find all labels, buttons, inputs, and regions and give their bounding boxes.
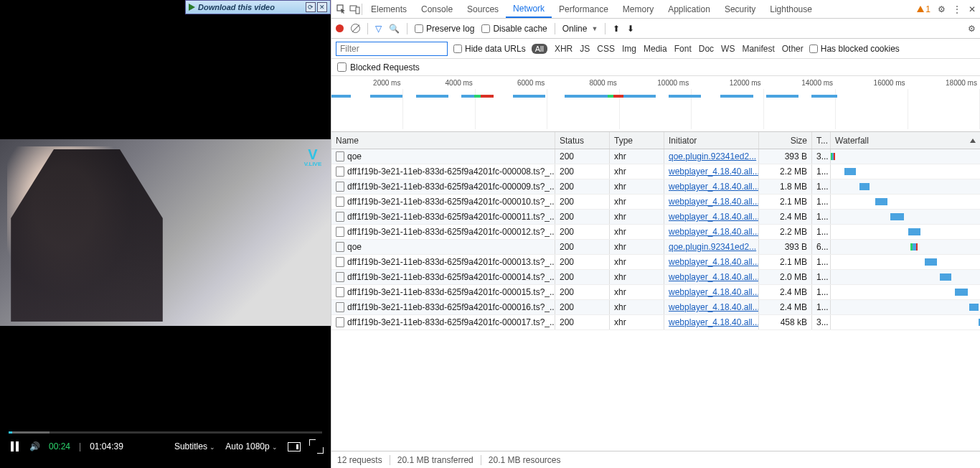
- filter-toggle-icon[interactable]: ▽: [375, 24, 382, 34]
- request-time: 1...: [812, 225, 831, 239]
- request-status: 200: [555, 149, 610, 164]
- video-placeholder: [4, 149, 169, 322]
- search-icon[interactable]: 🔍: [389, 24, 400, 34]
- col-waterfall[interactable]: Waterfall: [831, 132, 980, 149]
- request-initiator[interactable]: qoe.plugin.92341ed2...: [669, 242, 756, 252]
- filter-type-manifest[interactable]: Manifest: [742, 44, 774, 54]
- filter-type-js[interactable]: JS: [580, 44, 590, 54]
- col-name[interactable]: Name: [331, 132, 555, 149]
- filter-input[interactable]: [336, 42, 448, 56]
- throttling-select[interactable]: Online▼: [562, 24, 598, 34]
- table-row[interactable]: dff1f19b-3e21-11eb-833d-625f9a4201fc-000…: [331, 195, 980, 210]
- table-row[interactable]: dff1f19b-3e21-11eb-833d-625f9a4201fc-000…: [331, 285, 980, 300]
- table-row[interactable]: dff1f19b-3e21-11eb-833d-625f9a4201fc-000…: [331, 225, 980, 240]
- table-header[interactable]: Name Status Type Initiator Size T... Wat…: [331, 132, 980, 149]
- has-blocked-cookies-checkbox[interactable]: Has blocked cookies: [809, 44, 900, 54]
- video-frame[interactable]: V V.LIVE: [0, 139, 331, 326]
- tab-lighthouse[interactable]: Lighthouse: [763, 0, 819, 18]
- disable-cache-checkbox[interactable]: Disable cache: [481, 24, 547, 34]
- tab-application[interactable]: Application: [661, 0, 717, 18]
- request-initiator[interactable]: webplayer_4.18.40.all...: [669, 257, 759, 267]
- quality-button[interactable]: Auto 1080p ⌄: [225, 441, 278, 451]
- request-status: 200: [555, 179, 610, 194]
- table-row[interactable]: dff1f19b-3e21-11eb-833d-625f9a4201fc-000…: [331, 210, 980, 225]
- filter-type-img[interactable]: Img: [622, 44, 636, 54]
- theater-icon[interactable]: [288, 442, 301, 451]
- network-settings-icon[interactable]: ⚙: [968, 24, 976, 34]
- request-size: 2.4 MB: [759, 210, 812, 224]
- request-initiator[interactable]: webplayer_4.18.40.all...: [669, 182, 759, 192]
- subtitles-button[interactable]: Subtitles ⌄: [174, 441, 215, 451]
- hide-data-urls-checkbox[interactable]: Hide data URLs: [453, 44, 526, 54]
- status-resources: 20.1 MB resources: [489, 455, 561, 465]
- filter-type-xhr[interactable]: XHR: [555, 44, 573, 54]
- request-type: xhr: [610, 270, 664, 284]
- volume-button[interactable]: 🔊: [29, 441, 40, 452]
- settings-icon[interactable]: ⚙: [938, 4, 946, 14]
- request-type: xhr: [610, 315, 664, 329]
- tab-network[interactable]: Network: [506, 0, 552, 18]
- download-option-icon[interactable]: ⟳: [306, 2, 316, 12]
- tab-performance[interactable]: Performance: [552, 0, 616, 18]
- filter-type-media[interactable]: Media: [644, 44, 667, 54]
- filter-type-ws[interactable]: WS: [721, 44, 735, 54]
- table-row[interactable]: dff1f19b-3e21-11eb-833d-625f9a4201fc-000…: [331, 270, 980, 285]
- download-har-icon[interactable]: ⬇: [627, 24, 634, 34]
- request-initiator[interactable]: webplayer_4.18.40.all...: [669, 212, 759, 222]
- col-type[interactable]: Type: [610, 132, 664, 149]
- col-initiator[interactable]: Initiator: [664, 132, 759, 149]
- request-initiator[interactable]: webplayer_4.18.40.all...: [669, 302, 759, 312]
- request-type: xhr: [610, 255, 664, 269]
- tab-console[interactable]: Console: [414, 0, 460, 18]
- request-initiator[interactable]: webplayer_4.18.40.all...: [669, 317, 759, 327]
- overview-segment: [766, 95, 798, 98]
- tab-memory[interactable]: Memory: [616, 0, 661, 18]
- fullscreen-icon[interactable]: [311, 441, 322, 452]
- request-status: 200: [555, 164, 610, 179]
- inspect-icon[interactable]: [336, 4, 347, 15]
- table-row[interactable]: dff1f19b-3e21-11eb-833d-625f9a4201fc-000…: [331, 179, 980, 195]
- filter-type-doc[interactable]: Doc: [699, 44, 714, 54]
- filter-type-other[interactable]: Other: [782, 44, 804, 54]
- upload-har-icon[interactable]: ⬆: [613, 24, 620, 34]
- request-time: 1...: [812, 300, 831, 314]
- request-initiator[interactable]: webplayer_4.18.40.all...: [669, 197, 759, 207]
- warnings-indicator[interactable]: 1: [917, 4, 930, 14]
- more-icon[interactable]: ⋮: [953, 4, 961, 14]
- table-row[interactable]: dff1f19b-3e21-11eb-833d-625f9a4201fc-000…: [331, 255, 980, 270]
- device-icon[interactable]: [349, 4, 360, 15]
- tab-elements[interactable]: Elements: [364, 0, 414, 18]
- record-button[interactable]: [336, 24, 344, 32]
- col-time[interactable]: T...: [812, 132, 831, 149]
- filter-type-font[interactable]: Font: [674, 44, 692, 54]
- filter-type-css[interactable]: CSS: [597, 44, 615, 54]
- request-initiator[interactable]: qoe.plugin.92341ed2...: [669, 151, 756, 162]
- request-initiator[interactable]: webplayer_4.18.40.all...: [669, 167, 759, 177]
- network-overview[interactable]: 2000 ms4000 ms6000 ms8000 ms10000 ms1200…: [331, 76, 980, 132]
- request-initiator[interactable]: webplayer_4.18.40.all...: [669, 287, 759, 297]
- time-total: 01:04:39: [90, 441, 123, 451]
- table-row[interactable]: qoe200xhrqoe.plugin.92341ed2...393 B6...: [331, 240, 980, 255]
- request-waterfall: [831, 255, 980, 269]
- tab-sources[interactable]: Sources: [460, 0, 506, 18]
- request-name: dff1f19b-3e21-11eb-833d-625f9a4201fc-000…: [347, 167, 555, 177]
- file-icon: [336, 212, 344, 222]
- clear-button[interactable]: [351, 24, 360, 33]
- col-status[interactable]: Status: [555, 132, 610, 149]
- col-size[interactable]: Size: [759, 132, 812, 149]
- request-initiator[interactable]: webplayer_4.18.40.all...: [669, 272, 759, 282]
- table-row[interactable]: dff1f19b-3e21-11eb-833d-625f9a4201fc-000…: [331, 300, 980, 315]
- table-row[interactable]: dff1f19b-3e21-11eb-833d-625f9a4201fc-000…: [331, 315, 980, 330]
- filter-type-all[interactable]: All: [532, 44, 547, 54]
- download-banner[interactable]: Download this video ⟳ ✕: [185, 0, 331, 14]
- blocked-requests-checkbox[interactable]: [337, 62, 347, 72]
- request-initiator[interactable]: webplayer_4.18.40.all...: [669, 227, 759, 237]
- download-close-icon[interactable]: ✕: [317, 2, 327, 12]
- request-name: dff1f19b-3e21-11eb-833d-625f9a4201fc-000…: [347, 272, 555, 282]
- preserve-log-checkbox[interactable]: Preserve log: [415, 24, 474, 34]
- pause-button[interactable]: [9, 441, 20, 452]
- tab-security[interactable]: Security: [717, 0, 763, 18]
- table-row[interactable]: qoe200xhrqoe.plugin.92341ed2...393 B3...: [331, 149, 980, 164]
- table-row[interactable]: dff1f19b-3e21-11eb-833d-625f9a4201fc-000…: [331, 164, 980, 179]
- close-icon[interactable]: ✕: [969, 4, 976, 14]
